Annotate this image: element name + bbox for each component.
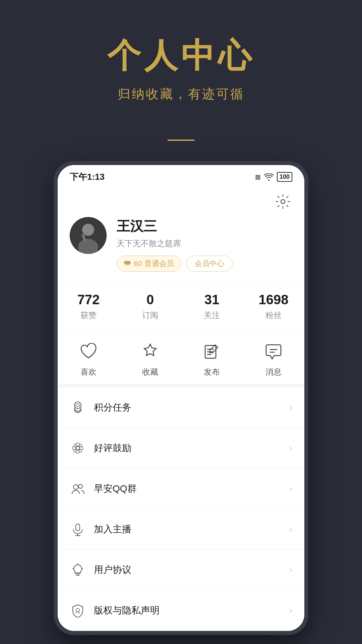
menu-item-agreement[interactable]: 用户协议 › xyxy=(58,550,304,590)
stat-following[interactable]: 31 关注 xyxy=(181,292,243,321)
chevron-right-icon-2: › xyxy=(289,443,292,453)
svg-point-11 xyxy=(76,446,79,450)
status-icons: ⊠ 100 xyxy=(255,172,292,182)
menu-label-privacy: 版权与隐私声明 xyxy=(94,604,281,617)
action-like-label: 喜欢 xyxy=(80,367,97,377)
svg-rect-22 xyxy=(76,524,80,531)
action-publish[interactable]: 发布 xyxy=(181,341,243,377)
profile-section: 王汉三 天下无不散之筵席 60 普通会员 会员中心 xyxy=(58,214,304,282)
svg-point-10 xyxy=(76,404,80,407)
actions-section: 喜欢 收藏 xyxy=(58,331,304,384)
member-badge[interactable]: 60 普通会员 xyxy=(117,256,181,272)
svg-point-19 xyxy=(79,449,82,452)
menu-label-broadcaster: 加入主播 xyxy=(94,523,281,536)
sim-icon: ⊠ xyxy=(255,173,261,181)
app-content: 王汉三 天下无不散之筵席 60 普通会员 会员中心 xyxy=(58,187,304,631)
wifi-icon xyxy=(264,173,274,181)
bio: 天下无不散之筵席 xyxy=(117,238,292,249)
badges-row: 60 普通会员 会员中心 xyxy=(117,256,292,272)
page-header: 个人中心 归纳收藏，有迹可循 xyxy=(0,0,362,123)
status-time: 下午1:13 xyxy=(70,171,105,183)
stat-followers[interactable]: 1698 粉丝 xyxy=(243,292,304,321)
menu-item-review[interactable]: 好评鼓励 › xyxy=(58,428,304,469)
menu-label-agreement: 用户协议 xyxy=(94,564,281,576)
heart-icon xyxy=(78,341,99,361)
svg-point-28 xyxy=(76,608,79,612)
chevron-right-icon-6: › xyxy=(289,605,292,616)
menu-label-points: 积分任务 xyxy=(94,401,281,414)
chevron-right-icon-4: › xyxy=(289,524,292,535)
username: 王汉三 xyxy=(117,217,292,235)
chevron-right-icon: › xyxy=(289,402,292,413)
member-center-button[interactable]: 会员中心 xyxy=(186,256,233,272)
svg-point-2 xyxy=(82,224,94,236)
menu-item-broadcaster[interactable]: 加入主播 › xyxy=(58,509,304,550)
settings-button[interactable] xyxy=(274,192,292,211)
status-bar: 下午1:13 ⊠ 100 xyxy=(58,165,304,187)
chevron-right-icon-5: › xyxy=(289,565,292,575)
phone-frame: 下午1:13 ⊠ 100 xyxy=(54,161,308,635)
action-collect[interactable]: 收藏 xyxy=(119,341,181,377)
action-message-label: 消息 xyxy=(265,367,282,377)
svg-point-17 xyxy=(79,444,82,447)
action-publish-label: 发布 xyxy=(204,367,220,377)
svg-point-0 xyxy=(281,200,285,204)
action-like[interactable]: 喜欢 xyxy=(58,341,119,377)
action-message[interactable]: 消息 xyxy=(243,341,304,377)
profile-info: 王汉三 天下无不散之筵席 60 普通会员 会员中心 xyxy=(117,217,292,272)
flower-icon xyxy=(70,440,86,456)
settings-row xyxy=(58,187,304,214)
svg-point-21 xyxy=(78,484,82,488)
action-collect-label: 收藏 xyxy=(142,367,158,377)
svg-point-18 xyxy=(74,449,76,452)
stats-section: 772 获赞 0 订阅 31 关注 1698 粉丝 xyxy=(58,282,304,331)
stat-subscriptions[interactable]: 0 订阅 xyxy=(119,292,181,321)
page-subtitle: 归纳收藏，有迹可循 xyxy=(0,86,362,103)
page-title: 个人中心 xyxy=(0,34,362,79)
coins-icon xyxy=(70,399,86,416)
menu-label-review: 好评鼓励 xyxy=(94,442,281,454)
edit-icon xyxy=(202,341,222,361)
group-icon xyxy=(70,481,86,497)
chevron-right-icon-3: › xyxy=(289,483,292,494)
mic-icon xyxy=(70,521,86,537)
menu-item-qq[interactable]: 早安QQ群 › xyxy=(58,469,304,509)
star-icon xyxy=(140,341,160,361)
shield-icon xyxy=(70,602,86,619)
menu-item-points[interactable]: 积分任务 › xyxy=(58,387,304,428)
message-icon xyxy=(263,341,284,361)
stat-likes[interactable]: 772 获赞 xyxy=(58,292,119,321)
svg-point-16 xyxy=(74,444,76,447)
svg-point-9 xyxy=(74,402,81,409)
menu-item-privacy[interactable]: 版权与隐私声明 › xyxy=(58,590,304,631)
svg-point-20 xyxy=(73,485,78,489)
menu-label-qq: 早安QQ群 xyxy=(94,482,281,495)
avatar[interactable] xyxy=(70,217,107,254)
menu-section: 积分任务 › xyxy=(58,384,304,631)
bulb-icon xyxy=(70,562,86,578)
header-divider xyxy=(168,140,194,141)
phone-screen: 下午1:13 ⊠ 100 xyxy=(58,165,304,631)
battery-icon: 100 xyxy=(277,172,292,182)
